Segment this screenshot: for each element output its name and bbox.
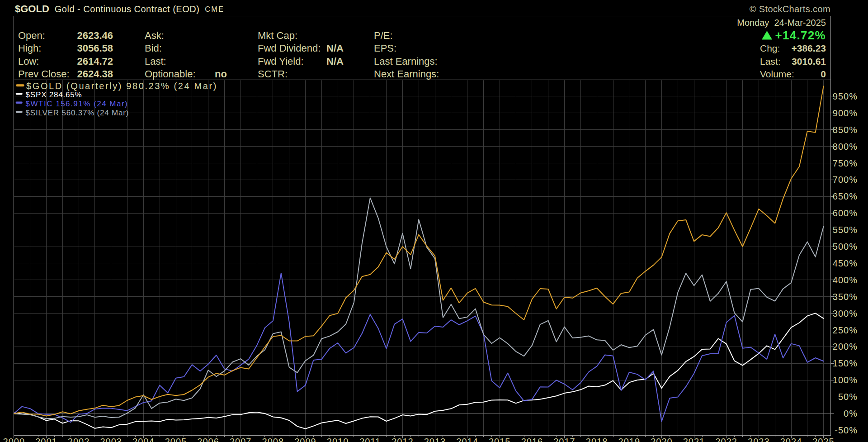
svg-text:850%: 850%	[833, 125, 858, 135]
svg-text:200%: 200%	[833, 342, 858, 352]
svg-text:Gold - Continuous Contract (EO: Gold - Continuous Contract (EOD)	[55, 4, 200, 14]
svg-text:2025: 2025	[812, 437, 835, 442]
svg-text:Fwd Dividend:: Fwd Dividend:	[258, 43, 321, 54]
svg-text:$SILVER 560.37% (24 Mar): $SILVER 560.37% (24 Mar)	[26, 109, 129, 117]
svg-text:2008: 2008	[262, 437, 284, 442]
svg-text:2002: 2002	[68, 437, 90, 442]
svg-text:2001: 2001	[35, 437, 57, 442]
svg-text:$GOLD (Quarterly) 980.23% (24: $GOLD (Quarterly) 980.23% (24 Mar)	[26, 81, 217, 91]
svg-text:$SPX 284.65%: $SPX 284.65%	[26, 90, 82, 99]
svg-text:P/E:: P/E:	[374, 30, 393, 41]
svg-text:SCTR:: SCTR:	[258, 68, 288, 80]
svg-text:50%: 50%	[838, 392, 858, 402]
svg-text:Fwd Yield:: Fwd Yield:	[258, 56, 304, 67]
svg-text:2007: 2007	[230, 437, 252, 442]
svg-text:3010.61: 3010.61	[792, 56, 826, 67]
svg-text:2014: 2014	[456, 437, 478, 442]
svg-text:2004: 2004	[132, 437, 155, 442]
svg-text:High:: High:	[18, 43, 41, 54]
svg-text:2000: 2000	[3, 437, 25, 442]
svg-text:CME: CME	[205, 5, 224, 13]
svg-text:© StockCharts.com: © StockCharts.com	[750, 4, 830, 14]
svg-text:750%: 750%	[833, 158, 858, 168]
svg-text:500%: 500%	[833, 242, 858, 252]
svg-text:700%: 700%	[833, 175, 858, 185]
svg-text:150%: 150%	[833, 358, 858, 368]
svg-text:0%: 0%	[844, 409, 858, 418]
svg-text:$GOLD: $GOLD	[15, 3, 49, 14]
svg-text:2012: 2012	[392, 437, 414, 442]
svg-text:0: 0	[821, 69, 826, 79]
svg-text:Monday 24-Mar-2025: Monday 24-Mar-2025	[737, 18, 826, 28]
svg-text:2005: 2005	[165, 437, 187, 442]
svg-text:450%: 450%	[833, 258, 858, 268]
svg-text:N/A: N/A	[326, 56, 344, 67]
svg-text:2009: 2009	[294, 437, 316, 442]
svg-text:800%: 800%	[833, 142, 858, 152]
svg-text:Last Earnings:: Last Earnings:	[374, 56, 438, 67]
svg-text:Last:: Last:	[145, 56, 166, 67]
svg-text:2022: 2022	[715, 437, 737, 442]
svg-text:2006: 2006	[197, 437, 219, 442]
svg-text:2614.72: 2614.72	[77, 56, 113, 67]
svg-text:EPS:: EPS:	[374, 43, 396, 54]
svg-text:Mkt Cap:: Mkt Cap:	[258, 30, 297, 41]
svg-text:400%: 400%	[833, 275, 858, 285]
svg-text:550%: 550%	[833, 225, 858, 235]
svg-text:N/A: N/A	[326, 43, 344, 54]
svg-text:2017: 2017	[553, 437, 576, 442]
svg-text:100%: 100%	[833, 375, 858, 385]
svg-text:Next Earnings:: Next Earnings:	[374, 68, 439, 80]
svg-text:+14.72%: +14.72%	[775, 29, 826, 42]
svg-text:2011: 2011	[359, 437, 381, 442]
svg-text:350%: 350%	[833, 292, 858, 302]
svg-text:+386.23: +386.23	[792, 43, 826, 53]
svg-text:950%: 950%	[833, 91, 858, 101]
svg-text:2016: 2016	[521, 437, 543, 442]
svg-text:Optionable:: Optionable:	[145, 68, 196, 80]
svg-text:Volume:: Volume:	[760, 69, 794, 79]
svg-text:300%: 300%	[833, 309, 858, 318]
svg-text:no: no	[215, 68, 227, 80]
svg-text:Open:: Open:	[18, 30, 45, 41]
svg-text:Prev Close:: Prev Close:	[18, 68, 70, 80]
svg-text:2019: 2019	[618, 437, 641, 442]
svg-text:250%: 250%	[833, 325, 858, 335]
svg-text:2020: 2020	[651, 437, 673, 442]
svg-text:3056.58: 3056.58	[77, 43, 113, 54]
svg-text:2021: 2021	[683, 437, 705, 442]
svg-text:2623.46: 2623.46	[77, 30, 113, 41]
svg-text:900%: 900%	[833, 108, 858, 118]
svg-text:2010: 2010	[327, 437, 349, 442]
svg-text:600%: 600%	[833, 208, 858, 218]
svg-text:Chg:: Chg:	[760, 43, 780, 53]
svg-text:Ask:: Ask:	[145, 30, 164, 41]
svg-text:2024: 2024	[780, 437, 802, 442]
svg-text:-50%: -50%	[835, 425, 858, 435]
svg-text:Last:: Last:	[760, 56, 781, 67]
svg-text:2003: 2003	[100, 437, 122, 442]
svg-text:Low:: Low:	[18, 56, 39, 67]
svg-text:650%: 650%	[833, 191, 858, 201]
svg-text:2624.38: 2624.38	[77, 68, 113, 80]
svg-text:2015: 2015	[489, 437, 511, 442]
svg-text:2018: 2018	[586, 437, 608, 442]
svg-text:$WTIC 156.91% (24 Mar): $WTIC 156.91% (24 Mar)	[26, 100, 128, 108]
svg-text:2013: 2013	[424, 437, 446, 442]
svg-text:2023: 2023	[748, 437, 770, 442]
svg-text:Bid:: Bid:	[145, 43, 162, 54]
